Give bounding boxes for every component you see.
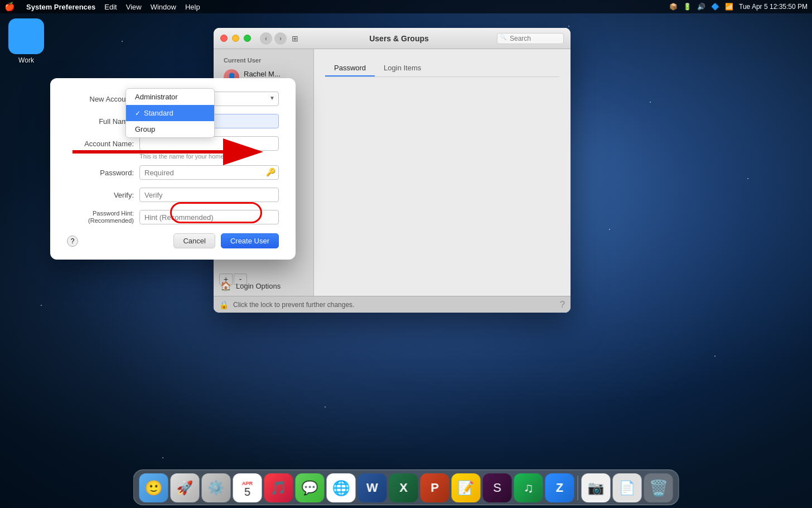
window-titlebar: ‹ › ⊞ Users & Groups <box>214 28 571 49</box>
dock-notes[interactable]: 📝 <box>452 473 481 502</box>
dock-finder[interactable]: 🙂 <box>139 473 168 502</box>
dock: 🙂 🚀 ⚙️ APR 5 🎵 💬 🌐 W <box>133 469 679 505</box>
maximize-button[interactable] <box>244 35 251 42</box>
bottom-bar: 🔒 Click the lock to prevent further chan… <box>214 296 571 313</box>
dock-calendar[interactable]: APR 5 <box>233 473 262 502</box>
menubar-left: 🍎 System Preferences Edit View Window He… <box>4 2 200 12</box>
password-wrapper: 🔑 <box>139 165 279 180</box>
desktop-icon-label: Work <box>18 56 34 64</box>
password-input[interactable] <box>139 165 279 180</box>
verify-row: Verify: <box>67 188 279 202</box>
dock-photos[interactable]: 📷 <box>582 473 611 502</box>
bluetooth-icon[interactable]: 🔷 <box>711 3 719 11</box>
home-icon: 🏠 <box>220 281 231 291</box>
dock-slack[interactable]: S <box>483 473 512 502</box>
help-icon-bottom[interactable]: ? <box>560 300 565 310</box>
login-options-label: Login Options <box>236 282 281 290</box>
back-button[interactable]: ‹ <box>260 32 272 45</box>
dock-files[interactable]: 📄 <box>613 473 642 502</box>
dock-zoom[interactable]: Z <box>545 473 574 502</box>
dock-launchpad[interactable]: 🚀 <box>171 473 200 502</box>
search-wrapper <box>497 33 564 44</box>
dock-separator <box>578 476 578 500</box>
dock-excel[interactable]: X <box>389 473 418 502</box>
hint-input[interactable] <box>139 210 279 224</box>
menu-edit[interactable]: Edit <box>104 3 117 11</box>
minimize-button[interactable] <box>232 35 239 42</box>
accountname-row: Account Name: <box>67 136 279 151</box>
window-nav: ‹ › ⊞ <box>260 32 301 45</box>
tabs-row: Password Login Items <box>325 60 559 77</box>
dock-music[interactable]: 🎵 <box>264 473 293 502</box>
app-name[interactable]: System Preferences <box>26 3 95 11</box>
group-label: Group <box>135 125 155 133</box>
volume-icon[interactable]: 🔊 <box>697 3 705 11</box>
dock-messages[interactable]: 💬 <box>296 473 325 502</box>
hint-label-text: Password Hint: <box>93 210 134 217</box>
desktop-icon-img <box>8 18 44 54</box>
battery-icon[interactable]: 🔋 <box>683 3 692 11</box>
dock-powerpoint[interactable]: P <box>420 473 450 502</box>
login-options[interactable]: 🏠 Login Options <box>214 276 571 296</box>
dialog-help-button[interactable]: ? <box>67 236 78 247</box>
close-button[interactable] <box>220 35 228 42</box>
accountname-label: Account Name: <box>67 140 139 148</box>
password-label: Password: <box>67 169 139 177</box>
dropdown-menu: Administrator ✓ Standard Group <box>125 88 215 138</box>
lock-text: Click the lock to prevent further change… <box>233 301 354 309</box>
dialog-buttons: ? Cancel Create User <box>67 233 279 248</box>
clock: Tue Apr 5 12:35:50 PM <box>739 3 808 11</box>
lock-icon[interactable]: 🔒 <box>219 300 229 309</box>
menubar-right: 📦 🔋 🔊 🔷 📶 Tue Apr 5 12:35:50 PM <box>669 3 808 11</box>
menubar: 🍎 System Preferences Edit View Window He… <box>0 0 812 13</box>
administrator-label: Administrator <box>135 93 178 101</box>
password-row: Password: 🔑 <box>67 165 279 180</box>
check-icon: ✓ <box>135 109 141 117</box>
desktop-icon-work[interactable]: Work <box>4 18 49 64</box>
dock-spotify[interactable]: ♫ <box>514 473 543 502</box>
desktop: 🍎 System Preferences Edit View Window He… <box>0 0 812 508</box>
hint-label: Password Hint: (Recommended) <box>67 210 139 224</box>
create-user-button[interactable]: Create User <box>221 233 279 248</box>
dropdown-item-administrator[interactable]: Administrator <box>126 89 214 105</box>
menu-view[interactable]: View <box>126 3 142 11</box>
menu-window[interactable]: Window <box>151 3 176 11</box>
dock-trash[interactable]: 🗑️ <box>644 473 673 502</box>
cancel-button[interactable]: Cancel <box>173 233 215 248</box>
apple-menu[interactable]: 🍎 <box>4 2 15 12</box>
dropdown-item-standard[interactable]: ✓ Standard <box>126 105 214 121</box>
forward-button[interactable]: › <box>274 32 287 45</box>
hint-sublabel-text: (Recommended) <box>88 217 134 224</box>
verify-label: Verify: <box>67 191 139 199</box>
current-user-header: Current User <box>219 55 308 65</box>
dock-chrome[interactable]: 🌐 <box>327 473 356 502</box>
search-input[interactable] <box>497 33 564 44</box>
dock-word[interactable]: W <box>358 473 387 502</box>
hint-row: Password Hint: (Recommended) <box>67 210 279 224</box>
dropdown-item-group[interactable]: Group <box>126 121 214 137</box>
dropbox-icon[interactable]: 📦 <box>669 3 678 11</box>
window-title: Users & Groups <box>306 34 492 43</box>
user-name: Rachel M... <box>244 70 281 78</box>
dock-system-prefs[interactable]: ⚙️ <box>202 473 231 502</box>
tab-password[interactable]: Password <box>325 60 375 76</box>
tab-login-items[interactable]: Login Items <box>375 60 430 76</box>
menu-help[interactable]: Help <box>185 3 200 11</box>
wifi-icon[interactable]: 📶 <box>725 3 733 11</box>
standard-label: Standard <box>144 109 173 117</box>
accountname-hint: This is the name for your home folder. <box>139 153 279 160</box>
accountname-input[interactable] <box>139 136 279 151</box>
verify-input[interactable] <box>139 188 279 202</box>
main-content: Password Login Items <box>314 49 571 313</box>
grid-button[interactable]: ⊞ <box>289 32 301 45</box>
key-icon[interactable]: 🔑 <box>266 167 276 176</box>
